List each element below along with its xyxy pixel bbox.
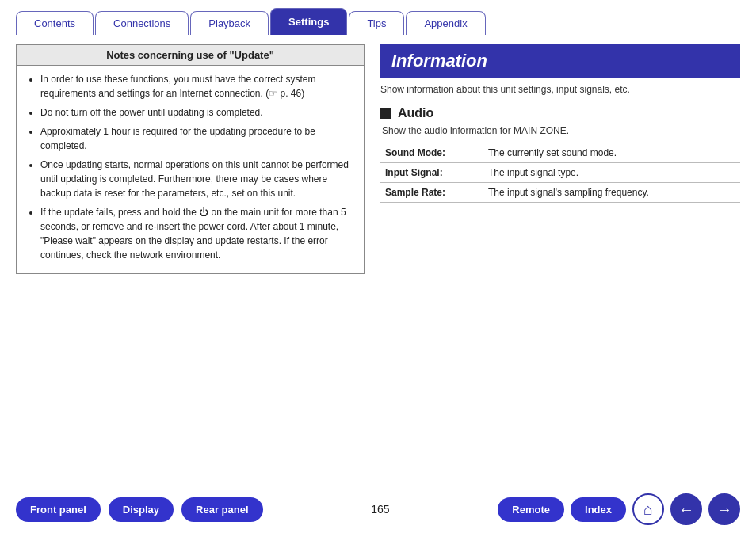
main-content: Notes concerning use of "Update" In orde… xyxy=(0,35,756,485)
row-value: The currently set sound mode. xyxy=(483,143,740,163)
notes-box: Notes concerning use of "Update" In orde… xyxy=(16,44,365,274)
tab-connections[interactable]: Connections xyxy=(95,11,189,35)
info-subtitle: Show information about this unit setting… xyxy=(380,84,740,95)
table-row: Sample Rate: The input signal's sampling… xyxy=(380,183,740,203)
prev-icon: ← xyxy=(678,501,694,519)
row-value: The input signal's sampling frequency. xyxy=(483,183,740,203)
right-panel: Information Show information about this … xyxy=(380,44,740,477)
left-panel: Notes concerning use of "Update" In orde… xyxy=(16,44,365,477)
tab-contents[interactable]: Contents xyxy=(16,11,94,35)
list-item: Approximately 1 hour is required for the… xyxy=(40,124,356,153)
table-row: Sound Mode: The currently set sound mode… xyxy=(380,143,740,163)
list-item: In order to use these functions, you mus… xyxy=(40,72,356,101)
page-number: 165 xyxy=(371,503,389,516)
next-icon: → xyxy=(716,501,732,519)
square-icon xyxy=(380,108,391,119)
row-label: Input Signal: xyxy=(380,163,483,183)
top-nav: Contents Connections Playback Settings T… xyxy=(0,0,756,35)
tab-appendix[interactable]: Appendix xyxy=(406,11,485,35)
audio-label: Audio xyxy=(398,106,433,120)
bottom-right: Remote Index ⌂ ← → xyxy=(498,493,740,525)
audio-description: Show the audio information for MAIN ZONE… xyxy=(380,125,740,136)
rear-panel-button[interactable]: Rear panel xyxy=(181,497,262,522)
info-header: Information xyxy=(380,44,740,78)
notes-list: In order to use these functions, you mus… xyxy=(28,72,356,262)
bottom-left: Front panel Display Rear panel xyxy=(16,497,263,522)
table-row: Input Signal: The input signal type. xyxy=(380,163,740,183)
notes-title: Notes concerning use of "Update" xyxy=(17,45,364,66)
row-value: The input signal type. xyxy=(483,163,740,183)
remote-button[interactable]: Remote xyxy=(498,497,564,522)
list-item: Do not turn off the power until updating… xyxy=(40,105,356,120)
home-icon: ⌂ xyxy=(643,501,653,519)
prev-button[interactable]: ← xyxy=(670,493,702,525)
row-label: Sample Rate: xyxy=(380,183,483,203)
audio-table: Sound Mode: The currently set sound mode… xyxy=(380,143,740,203)
home-button[interactable]: ⌂ xyxy=(632,493,664,525)
bottom-bar: Front panel Display Rear panel 165 Remot… xyxy=(0,485,756,533)
tab-playback[interactable]: Playback xyxy=(190,11,269,35)
front-panel-button[interactable]: Front panel xyxy=(16,497,101,522)
index-button[interactable]: Index xyxy=(571,497,626,522)
list-item: If the update fails, press and hold the … xyxy=(40,205,356,262)
notes-body: In order to use these functions, you mus… xyxy=(17,66,364,273)
tab-settings[interactable]: Settings xyxy=(270,8,347,35)
audio-section-title: Audio xyxy=(380,106,740,120)
list-item: Once updating starts, normal operations … xyxy=(40,158,356,200)
tab-tips[interactable]: Tips xyxy=(349,11,404,35)
page-wrapper: Contents Connections Playback Settings T… xyxy=(0,0,756,533)
row-label: Sound Mode: xyxy=(380,143,483,163)
display-button[interactable]: Display xyxy=(109,497,174,522)
next-button[interactable]: → xyxy=(708,493,740,525)
